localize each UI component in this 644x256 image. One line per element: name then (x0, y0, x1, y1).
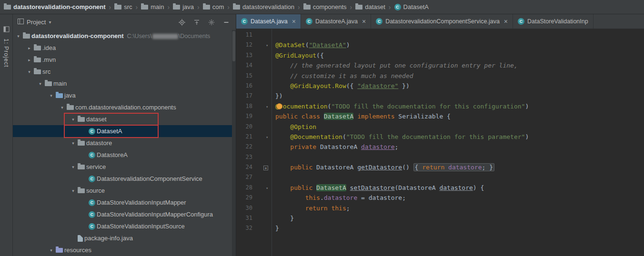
code-line-13[interactable]: 13@GridLayout({ (236, 50, 644, 60)
fold-expand-icon[interactable]: + (263, 166, 268, 170)
chevron-expanded-icon[interactable]: ▾ (37, 81, 44, 86)
chevron-expanded-icon[interactable]: ▾ (26, 69, 33, 74)
editor-tab-DatasetA.java[interactable]: CDatasetA.java× (236, 14, 301, 29)
code-line-28[interactable]: 28▾ public DatasetA setDatastore(Datasto… (236, 183, 644, 193)
breadcrumb-item-datastorevalidation[interactable]: datastorevalidation (233, 3, 294, 10)
tree-item-resources[interactable]: ▾resources (13, 244, 232, 256)
code-line-30[interactable]: 30 return this; (236, 203, 644, 213)
tool-window-button-project[interactable]: 1: Project (3, 39, 10, 68)
project-scrollbar[interactable] (232, 30, 236, 256)
code-line-20[interactable]: 20 @Option (236, 122, 644, 132)
close-icon[interactable]: × (292, 18, 296, 25)
chevron-expanded-icon[interactable]: ▾ (70, 188, 77, 193)
code-text[interactable]: @DataSet("DatasetA") (272, 40, 350, 50)
close-icon[interactable]: × (362, 18, 366, 25)
breadcrumb-item-DatasetA[interactable]: CDatasetA (394, 3, 429, 10)
code-text[interactable]: @GridLayout({ (272, 50, 324, 60)
code-line-23[interactable]: 23 (236, 152, 644, 162)
breadcrumb-item-datastorevalidation-component[interactable]: datastorevalidation-component (4, 3, 106, 10)
fold-collapse-icon[interactable]: ▾ (266, 105, 268, 109)
breadcrumb-item-com[interactable]: com (203, 3, 224, 10)
tree-item-datastorevalidation-component[interactable]: ▾datastorevalidation-componentC:\Users\\… (13, 30, 232, 42)
code-text[interactable]: @Documentation("TODO fill the documentat… (272, 101, 529, 111)
code-text[interactable]: public DatastoreA getDatastore() { retur… (272, 162, 494, 172)
breadcrumb-item-dataset[interactable]: dataset (355, 3, 385, 10)
settings-icon[interactable] (208, 19, 215, 26)
tree-item-DataStoreValidationInputMapperConfigura[interactable]: CDataStoreValidationInputMapperConfigura (13, 208, 232, 220)
fold-collapse-icon[interactable]: ▾ (266, 135, 268, 139)
tree-item-package-info.java[interactable]: package-info.java (13, 232, 232, 244)
chevron-expanded-icon[interactable]: ▾ (15, 34, 22, 39)
code-line-24[interactable]: 24+ public DatastoreA getDatastore() { r… (236, 162, 644, 172)
code-text[interactable]: } (272, 213, 294, 223)
chevron-expanded-icon[interactable]: ▾ (59, 105, 66, 110)
code-line-16[interactable]: 16 @GridLayout.Row({ "datastore" }) (236, 81, 644, 91)
tree-item-dataset[interactable]: ▾dataset (13, 113, 232, 125)
code-line-19[interactable]: 19public class DatasetA implements Seria… (236, 111, 644, 121)
code-text[interactable]: } (272, 223, 279, 233)
chevron-collapsed-icon[interactable]: ▸ (26, 58, 33, 62)
hide-icon[interactable] (222, 19, 230, 26)
project-panel-title[interactable]: Project (27, 19, 46, 26)
code-text[interactable]: // customize it as much as needed (272, 71, 413, 81)
code-text[interactable]: @Option (272, 122, 316, 132)
intention-bulb-icon[interactable] (276, 103, 282, 109)
folded-region[interactable]: { return datastore; } (413, 163, 494, 171)
fold-collapse-icon[interactable]: ▾ (266, 43, 268, 48)
breadcrumb-item-src[interactable]: src (114, 3, 132, 10)
code-line-14[interactable]: 14 // the generated layout put one confi… (236, 60, 644, 70)
code-line-31[interactable]: 31 } (236, 213, 644, 223)
code-text[interactable]: public class DatasetA implements Seriali… (272, 111, 451, 121)
chevron-expanded-icon[interactable]: ▾ (48, 248, 55, 253)
tree-item-.idea[interactable]: ▸.idea (13, 42, 232, 54)
tree-item-com.datastorevalidation.components[interactable]: ▾com.datastorevalidation.components (13, 101, 232, 113)
tree-item-.mvn[interactable]: ▸.mvn (13, 54, 232, 66)
code-text[interactable]: this.datastore = datastore; (272, 193, 406, 203)
code-line-27[interactable]: 27 (236, 172, 644, 182)
code-text[interactable]: private DatastoreA datastore; (272, 142, 398, 152)
tree-item-source[interactable]: ▾source (13, 185, 232, 197)
code-line-32[interactable]: 32} (236, 223, 644, 233)
breadcrumb-item-components[interactable]: components (303, 3, 347, 10)
tree-item-main[interactable]: ▾main (13, 78, 232, 89)
chevron-expanded-icon[interactable]: ▾ (48, 93, 55, 98)
tree-item-service[interactable]: ▾service (13, 161, 232, 173)
chevron-expanded-icon[interactable]: ▾ (70, 165, 77, 169)
code-text[interactable]: return this; (272, 203, 350, 213)
code-text[interactable]: // the generated layout put one configur… (272, 60, 518, 70)
close-icon[interactable]: × (504, 18, 508, 25)
code-line-12[interactable]: 12▾@DataSet("DatasetA") (236, 40, 644, 50)
code-line-17[interactable]: 17}) (236, 91, 644, 101)
breadcrumb-item-main[interactable]: main (141, 3, 164, 10)
tree-item-src[interactable]: ▾src (13, 66, 232, 78)
collapse-all-icon[interactable] (193, 19, 201, 26)
code-line-21[interactable]: 21▾ @Documentation("TODO fill the docume… (236, 132, 644, 142)
chevron-expanded-icon[interactable]: ▾ (70, 141, 77, 146)
code-line-29[interactable]: 29 this.datastore = datastore; (236, 193, 644, 203)
editor-tab-DatastoreA.java[interactable]: CDatastoreA.java× (301, 14, 371, 29)
tree-item-DataStoreValidationInputMapper[interactable]: CDataStoreValidationInputMapper (13, 197, 232, 208)
editor-tab-DatastorevalidationComponentService.java[interactable]: CDatastorevalidationComponentService.jav… (371, 14, 513, 29)
tree-item-datastore[interactable]: ▾datastore (13, 137, 232, 149)
code-text[interactable]: @Documentation("TODO fill the documentat… (272, 132, 529, 142)
scrollbar-thumb[interactable] (232, 31, 235, 61)
code-text[interactable]: }) (272, 91, 283, 101)
code-area[interactable]: 1112▾@DataSet("DatasetA")13@GridLayout({… (236, 29, 644, 256)
code-line-11[interactable]: 11 (236, 30, 644, 40)
code-line-15[interactable]: 15 // customize it as much as needed (236, 71, 644, 81)
locate-icon[interactable] (178, 19, 186, 26)
code-text[interactable]: public DatasetA setDatastore(DatastoreA … (272, 183, 484, 193)
tree-item-DatasetA[interactable]: CDatasetA (13, 125, 232, 137)
code-line-22[interactable]: 22 private DatastoreA datastore; (236, 142, 644, 152)
code-line-18[interactable]: 18▾@Documentation("TODO fill the documen… (236, 101, 644, 111)
tree-item-DatastorevalidationComponentService[interactable]: CDatastorevalidationComponentService (13, 173, 232, 185)
chevron-down-icon[interactable]: ▾ (49, 20, 51, 25)
tree-item-java[interactable]: ▾java (13, 89, 232, 101)
fold-collapse-icon[interactable]: ▾ (266, 186, 268, 190)
chevron-collapsed-icon[interactable]: ▸ (26, 46, 33, 50)
tree-item-DataStoreValidationInputSource[interactable]: CDataStoreValidationInputSource (13, 220, 232, 232)
editor-tab-DataStoreValidationInp[interactable]: CDataStoreValidationInp (513, 14, 594, 29)
chevron-expanded-icon[interactable]: ▾ (70, 117, 77, 122)
code-text[interactable]: @GridLayout.Row({ "datastore" }) (272, 81, 410, 91)
tree-item-DatastoreA[interactable]: CDatastoreA (13, 149, 232, 161)
